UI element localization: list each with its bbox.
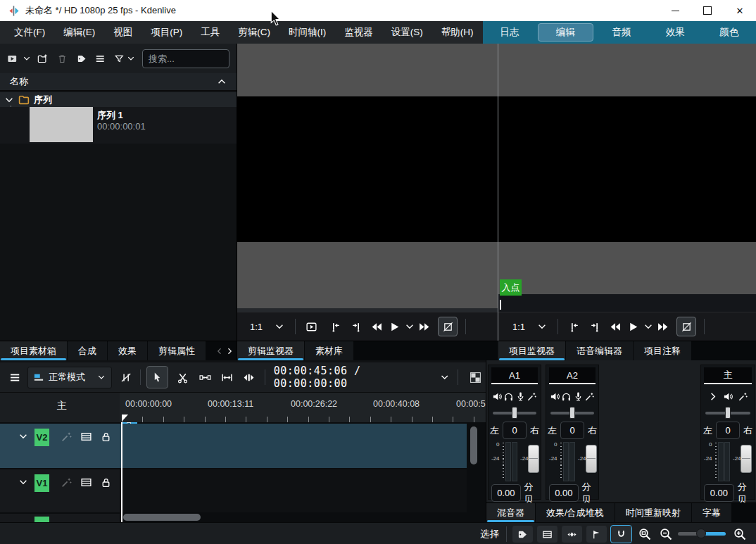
create-folder-icon[interactable]: [37, 53, 48, 65]
tab-library[interactable]: 素材库: [305, 341, 353, 360]
pan-slider[interactable]: [705, 406, 750, 419]
spacer-tool-button[interactable]: [196, 367, 216, 388]
pan-slider[interactable]: [550, 406, 594, 419]
filter-icon[interactable]: [114, 53, 125, 65]
pan-slider[interactable]: [493, 406, 536, 419]
timeline-zoom-slider[interactable]: [678, 532, 726, 536]
timeline-playhead[interactable]: [121, 422, 122, 522]
timeline-horizontal-scrollbar[interactable]: [123, 514, 201, 521]
zone-in-icon[interactable]: [568, 321, 580, 333]
search-input[interactable]: [142, 49, 229, 68]
volume-slider[interactable]: [741, 445, 752, 473]
pan-value[interactable]: 0: [503, 422, 527, 439]
tab-project-notes[interactable]: 项目注释: [634, 341, 691, 360]
play-icon[interactable]: [627, 321, 639, 333]
menu-help[interactable]: 帮助(H): [432, 26, 483, 39]
zone-in-icon[interactable]: [329, 321, 341, 333]
db-value[interactable]: 0.00: [704, 484, 734, 502]
timeline-ruler[interactable]: 00:00:00:00 00:00:13:11 00:00:26:22 00:0…: [120, 393, 486, 422]
mute-speaker-icon[interactable]: [492, 391, 503, 402]
fast-forward-icon[interactable]: [419, 321, 431, 333]
db-value[interactable]: 0.00: [491, 484, 521, 502]
monitor-headphones-icon[interactable]: [561, 391, 572, 402]
monitor-zoom-level[interactable]: 1:1: [250, 322, 263, 332]
play-menu-chevron-icon[interactable]: [405, 322, 415, 331]
monitor-zoom-level[interactable]: 1:1: [512, 322, 525, 332]
zone-out-icon[interactable]: [351, 321, 363, 333]
menu-timeline[interactable]: 时间轴(I): [279, 26, 335, 39]
monitor-headphones-icon[interactable]: [503, 391, 514, 402]
track-lock-icon[interactable]: [100, 476, 112, 488]
zone-mode-button[interactable]: [438, 317, 458, 336]
menu-edit[interactable]: 编辑(E): [54, 26, 104, 39]
ripple-tool-button[interactable]: [217, 367, 237, 388]
track-v1-lane[interactable]: [120, 469, 467, 512]
playhead-flag[interactable]: [122, 415, 128, 422]
minimize-button[interactable]: [659, 0, 691, 21]
timeline-menu-icon[interactable]: [9, 372, 20, 384]
expander-chevron-icon[interactable]: [4, 95, 14, 105]
video-thumbnails-button[interactable]: [536, 525, 558, 543]
tab-scroll-right-icon[interactable]: [225, 347, 234, 355]
record-mic-icon[interactable]: [573, 391, 584, 402]
edit-mode-dropdown[interactable]: 正常模式: [27, 367, 112, 388]
db-value[interactable]: 0.00: [549, 484, 579, 502]
tag-icon[interactable]: [77, 53, 87, 65]
tab-subtitles[interactable]: 字幕: [692, 503, 731, 522]
pan-value[interactable]: 0: [560, 422, 584, 439]
workspace-tab-color[interactable]: 颜色: [703, 21, 756, 44]
timecode-chevron-icon[interactable]: [440, 372, 449, 382]
menu-file[interactable]: 文件(F): [5, 26, 54, 39]
tab-time-remap[interactable]: 时间重新映射: [615, 503, 691, 522]
zoom-slider-handle[interactable]: [696, 529, 706, 538]
effects-wand-icon[interactable]: [527, 391, 537, 402]
track-v2-header[interactable]: V2: [0, 424, 120, 468]
workspace-tab-editing[interactable]: 编辑: [538, 23, 593, 42]
track-thumbnails-icon[interactable]: [80, 476, 92, 488]
timeline-master-corner[interactable]: 主: [0, 393, 120, 422]
track-v2-lane[interactable]: [120, 424, 467, 468]
tab-project-monitor[interactable]: 项目监视器: [498, 341, 565, 360]
tab-clip-properties[interactable]: 剪辑属性: [148, 341, 206, 360]
pan-handle[interactable]: [512, 407, 517, 419]
track-collapse-chevron-icon[interactable]: [18, 431, 28, 441]
record-mic-icon[interactable]: [515, 391, 526, 402]
tab-effects[interactable]: 效果: [108, 341, 147, 360]
clip-row-sequence1[interactable]: 序列 1 00:00:00:01: [0, 107, 237, 144]
volume-slider[interactable]: [586, 445, 597, 473]
focus-monitor-icon[interactable]: [305, 321, 317, 333]
effects-wand-icon[interactable]: [738, 391, 748, 402]
selection-tool-button[interactable]: [146, 366, 168, 388]
track-collapse-chevron-icon[interactable]: [18, 477, 28, 487]
zoom-fit-icon[interactable]: [638, 527, 652, 541]
maximize-button[interactable]: [691, 0, 724, 21]
pan-handle[interactable]: [725, 407, 731, 419]
menu-view[interactable]: 视图: [104, 26, 141, 39]
tab-speech-editor[interactable]: 语音编辑器: [566, 341, 633, 360]
folder-row-sequences[interactable]: 序列: [0, 92, 237, 107]
workspace-tab-effects[interactable]: 效果: [648, 21, 703, 44]
add-clip-icon[interactable]: [7, 53, 18, 65]
add-clip-menu-chevron-icon[interactable]: [23, 53, 31, 63]
clip-thumbnail[interactable]: [30, 107, 93, 142]
collapse-header-chevron-icon[interactable]: [217, 77, 227, 87]
zoom-in-icon[interactable]: [733, 527, 747, 541]
timecode-display[interactable]: 00:00:45:06 / 00:00:00:00: [274, 365, 434, 390]
track-effects-icon[interactable]: [61, 476, 73, 488]
track-thumbnails-icon[interactable]: [80, 431, 92, 443]
pan-handle[interactable]: [569, 407, 575, 419]
audio-thumbnails-button[interactable]: [561, 525, 583, 543]
menu-clip[interactable]: 剪辑(C): [229, 26, 279, 39]
track-effects-icon[interactable]: [61, 431, 73, 443]
play-menu-chevron-icon[interactable]: [643, 322, 653, 331]
zone-mode-button[interactable]: [676, 317, 696, 336]
tab-compositions[interactable]: 合成: [68, 341, 107, 360]
expand-chevron-icon[interactable]: [707, 391, 718, 402]
show-comments-button[interactable]: [586, 525, 607, 543]
workspace-tab-audio[interactable]: 音频: [595, 21, 649, 44]
track-v1-badge[interactable]: V1: [34, 474, 49, 492]
tab-clip-monitor[interactable]: 剪辑监视器: [237, 341, 304, 360]
mute-speaker-icon[interactable]: [550, 391, 560, 402]
track-v1-header[interactable]: V1: [0, 469, 120, 512]
delete-icon[interactable]: [57, 53, 68, 65]
